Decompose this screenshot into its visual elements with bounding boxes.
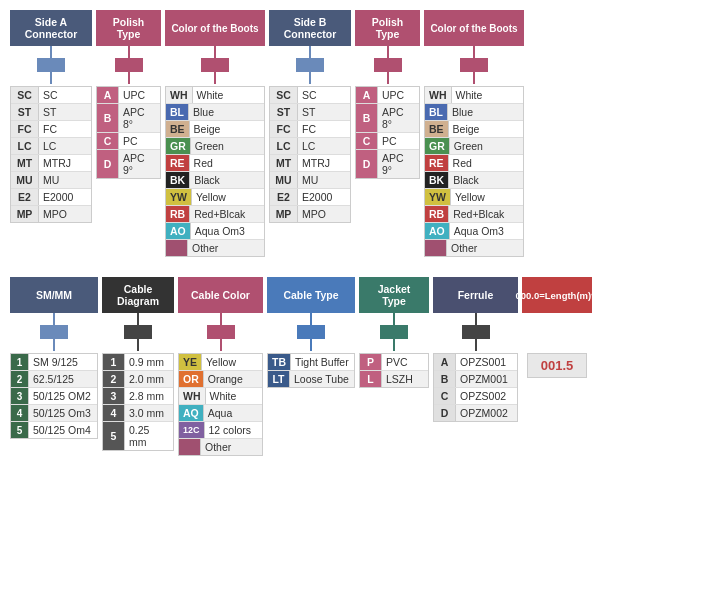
table-row: GRGreen — [425, 138, 523, 155]
value-cell: White — [193, 87, 265, 103]
value-cell: FC — [298, 121, 350, 137]
table-row: RERed — [425, 155, 523, 172]
table-row: YEYellow — [179, 354, 262, 371]
code-cell: YW — [425, 189, 451, 205]
value-cell: OPZM002 — [456, 405, 517, 421]
code-cell: B — [434, 371, 456, 387]
table-row: 350/125 OM2 — [11, 388, 97, 405]
table-row: BAPC 8° — [97, 104, 160, 133]
table-row: BEBeige — [425, 121, 523, 138]
code-cell: SC — [270, 87, 298, 103]
value-cell: Other — [201, 439, 262, 455]
connector-line — [137, 339, 139, 351]
length-header: 000.0=Length(m)** — [522, 277, 592, 313]
value-cell: Beige — [449, 121, 523, 137]
value-cell: SC — [39, 87, 91, 103]
value-cell: 12 colors — [205, 422, 262, 438]
connector-line — [475, 339, 477, 351]
connector-line — [128, 72, 130, 84]
table-row: WHWhite — [179, 388, 262, 405]
smm-group: SM/MM 1SM 9/125 262.5/125 350/125 OM2 45… — [10, 277, 98, 439]
table-row: AOAqua Om3 — [166, 223, 264, 240]
color-block — [374, 58, 402, 72]
color-boots-a-rows: WHWhite BLBlue BEBeige GRGreen RERed BKB… — [165, 86, 265, 257]
polish-type-b-header: Polish Type — [355, 10, 420, 46]
code-cell: 12C — [179, 422, 205, 438]
table-row: SCSC — [11, 87, 91, 104]
code-cell: MP — [270, 206, 298, 222]
value-cell: Yellow — [202, 354, 262, 370]
code-cell: YE — [179, 354, 202, 370]
code-cell: GR — [166, 138, 191, 154]
code-cell: WH — [425, 87, 452, 103]
table-row: E2E2000 — [11, 189, 91, 206]
value-cell: OPZS002 — [456, 388, 517, 404]
connector-block-a — [37, 46, 65, 84]
table-row: OROrange — [179, 371, 262, 388]
table-row: Other — [425, 240, 523, 256]
code-cell: P — [360, 354, 382, 370]
value-cell: Tight Buffer — [291, 354, 354, 370]
smm-rows: 1SM 9/125 262.5/125 350/125 OM2 450/125 … — [10, 353, 98, 439]
connector-line — [137, 313, 139, 325]
table-row: AOPZS001 — [434, 354, 517, 371]
color-block — [296, 58, 324, 72]
code-cell: ST — [270, 104, 298, 120]
cable-diagram-group: Cable Diagram 10.9 mm 22.0 mm 32.8 mm 43… — [102, 277, 174, 451]
value-cell: FC — [39, 121, 91, 137]
value-cell: LC — [298, 138, 350, 154]
connector-line — [214, 72, 216, 84]
table-row: MUMU — [270, 172, 350, 189]
table-row: WHWhite — [425, 87, 523, 104]
connector-block — [460, 46, 488, 84]
side-a-rows: SCSC STST FCFC LCLC MTMTRJ MUMU E2E2000 … — [10, 86, 92, 223]
table-row: E2E2000 — [270, 189, 350, 206]
code-cell: 3 — [103, 388, 125, 404]
table-row: TBTight Buffer — [268, 354, 354, 371]
code-cell: WH — [166, 87, 193, 103]
table-row: CPC — [356, 133, 419, 150]
table-row: LLSZH — [360, 371, 428, 387]
cable-diagram-rows: 10.9 mm 22.0 mm 32.8 mm 43.0 mm 50.25 mm — [102, 353, 174, 451]
code-cell: FC — [270, 121, 298, 137]
cable-type-header: Cable Type — [267, 277, 355, 313]
table-row: Other — [166, 240, 264, 256]
value-cell: Black — [449, 172, 523, 188]
side-a-connector-group: Side A Connector SCSC STST FCFC LCLC MTM… — [10, 10, 92, 223]
cable-color-group: Cable Color YEYellow OROrange WHWhite AQ… — [178, 277, 263, 456]
code-cell: RE — [166, 155, 190, 171]
table-row: PPVC — [360, 354, 428, 371]
value-cell: Other — [188, 240, 264, 256]
connector-line — [473, 46, 475, 58]
code-cell: BK — [425, 172, 449, 188]
value-cell: Green — [191, 138, 264, 154]
value-cell: Loose Tube — [290, 371, 354, 387]
table-row: BLBlue — [166, 104, 264, 121]
code-cell: GR — [425, 138, 450, 154]
table-row: MPMPO — [11, 206, 91, 222]
code-cell: D — [434, 405, 456, 421]
value-cell: 50/125 OM2 — [29, 388, 97, 404]
num-cell: 2 — [11, 371, 29, 387]
smm-header: SM/MM — [10, 277, 98, 313]
connector-block — [380, 313, 408, 351]
value-cell: Red+Blcak — [190, 206, 264, 222]
value-cell: MU — [298, 172, 350, 188]
code-cell: YW — [166, 189, 192, 205]
value-cell: Red — [449, 155, 523, 171]
table-row: YWYellow — [425, 189, 523, 206]
jacket-type-header: Jacket Type — [359, 277, 429, 313]
code-cell: C — [356, 133, 378, 149]
code-cell: C — [97, 133, 119, 149]
code-cell: RB — [166, 206, 190, 222]
code-cell: D — [356, 150, 378, 178]
table-row: DAPC 9° — [97, 150, 160, 178]
connector-line — [387, 46, 389, 58]
connector-line — [475, 313, 477, 325]
value-cell: Black — [190, 172, 264, 188]
value-cell: Beige — [190, 121, 264, 137]
value-cell: MPO — [298, 206, 350, 222]
side-b-connector-group: Side B Connector SCSC STST FCFC LCLC MTM… — [269, 10, 351, 223]
value-cell: White — [206, 388, 263, 404]
value-cell: PVC — [382, 354, 428, 370]
